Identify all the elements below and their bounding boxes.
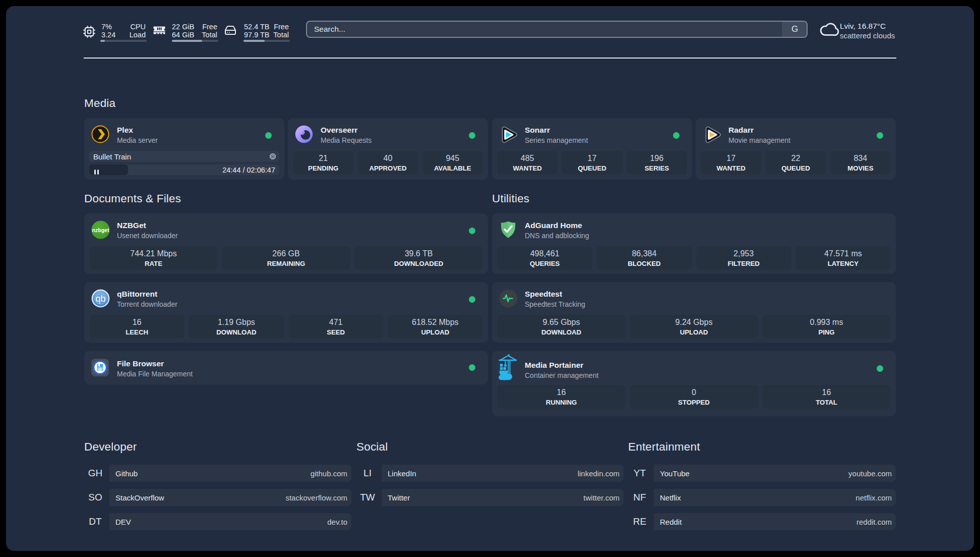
svg-text:qb: qb <box>96 294 105 304</box>
svg-text:nzbget: nzbget <box>92 227 109 233</box>
